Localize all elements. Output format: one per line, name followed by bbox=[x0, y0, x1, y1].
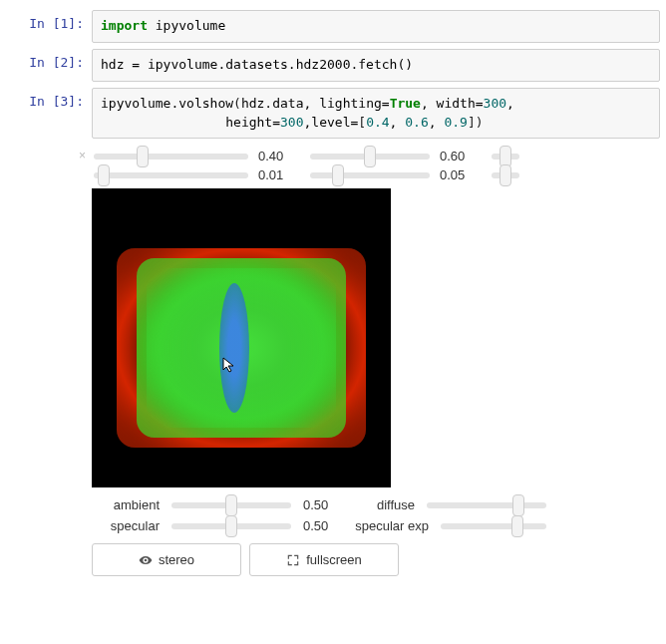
kw: height= bbox=[101, 115, 280, 130]
svg-point-0 bbox=[145, 559, 148, 562]
level-slider-2c[interactable] bbox=[492, 172, 519, 178]
lighting-row-specular: specular 0.50 specular exp bbox=[92, 518, 660, 533]
level-sliders-row-1: 0.40 0.60 bbox=[92, 149, 660, 163]
num-val: 0.6 bbox=[405, 115, 428, 130]
code-editor[interactable]: hdz = ipyvolume.datasets.hdz2000.fetch() bbox=[92, 49, 660, 82]
keyword-import: import bbox=[101, 18, 148, 33]
slider-value: 0.05 bbox=[440, 167, 480, 182]
num-val: 300 bbox=[484, 96, 506, 111]
volume-render-canvas[interactable] bbox=[92, 188, 391, 487]
code-cell: In [2]: hdz = ipyvolume.datasets.hdz2000… bbox=[6, 49, 660, 82]
output-area: × 0.40 0.60 0.01 bbox=[6, 145, 660, 576]
close-icon[interactable]: × bbox=[79, 147, 92, 576]
num-val: 0.4 bbox=[366, 115, 389, 130]
code-editor[interactable]: ipyvolume.volshow(hdz.data, lighting=Tru… bbox=[92, 88, 660, 140]
bool-val: True bbox=[390, 96, 421, 111]
sep: , bbox=[506, 96, 514, 111]
sep: , bbox=[304, 96, 320, 111]
level-slider-1c[interactable] bbox=[492, 154, 519, 160]
stereo-button-label: stereo bbox=[159, 552, 194, 567]
specular-exp-slider[interactable] bbox=[441, 523, 546, 529]
ambient-label: ambient bbox=[92, 497, 160, 512]
slider-value: 0.40 bbox=[258, 149, 298, 163]
widget-panel: 0.40 0.60 0.01 0.05 bbox=[92, 145, 660, 576]
fullscreen-button[interactable]: fullscreen bbox=[249, 543, 399, 576]
num-val: 0.9 bbox=[444, 115, 467, 130]
level-slider-2a[interactable] bbox=[94, 172, 248, 178]
module-name: ipyvolume bbox=[156, 18, 225, 33]
ambient-slider[interactable] bbox=[171, 502, 291, 508]
bracket-open: [ bbox=[358, 115, 366, 130]
arg: hdz.data bbox=[241, 96, 304, 111]
button-row: stereo fullscreen bbox=[92, 543, 660, 576]
code-cell: In [1]: import ipyvolume bbox=[6, 10, 660, 43]
stereo-button[interactable]: stereo bbox=[92, 543, 241, 576]
bracket-close: ] bbox=[468, 115, 476, 130]
kw: width= bbox=[437, 96, 484, 111]
input-prompt: In [1]: bbox=[6, 10, 92, 43]
diffuse-slider[interactable] bbox=[427, 502, 546, 508]
mouse-cursor-icon bbox=[221, 356, 239, 374]
kw: lighting= bbox=[319, 96, 389, 111]
code-editor[interactable]: import ipyvolume bbox=[92, 10, 660, 43]
level-sliders-row-2: 0.01 0.05 bbox=[92, 167, 660, 182]
output-gutter: × bbox=[6, 145, 92, 576]
fn-name: ipyvolume.volshow bbox=[101, 96, 233, 111]
num-val: 300 bbox=[280, 115, 303, 130]
level-slider-2b[interactable] bbox=[310, 172, 430, 178]
specular-slider[interactable] bbox=[171, 523, 291, 529]
specular-exp-label: specular exp bbox=[347, 518, 429, 533]
notebook: In [1]: import ipyvolume In [2]: hdz = i… bbox=[0, 0, 666, 586]
fullscreen-button-label: fullscreen bbox=[306, 552, 362, 567]
sep: , bbox=[421, 96, 437, 111]
fullscreen-icon bbox=[286, 553, 300, 567]
sep: , bbox=[390, 115, 406, 130]
slider-value: 0.01 bbox=[258, 167, 298, 182]
level-slider-1b[interactable] bbox=[310, 154, 430, 160]
lighting-row-ambient-diffuse: ambient 0.50 diffuse bbox=[92, 497, 660, 512]
code-cell: In [3]: ipyvolume.volshow(hdz.data, ligh… bbox=[6, 88, 660, 140]
diffuse-label: diffuse bbox=[347, 497, 415, 512]
input-prompt: In [2]: bbox=[6, 49, 92, 82]
specular-label: specular bbox=[92, 518, 160, 533]
ambient-value: 0.50 bbox=[303, 497, 337, 512]
volume-isosurface-blue bbox=[219, 283, 249, 413]
level-slider-1a[interactable] bbox=[94, 154, 248, 160]
kw: level= bbox=[311, 115, 358, 130]
input-prompt: In [3]: bbox=[6, 88, 92, 140]
paren-open: ( bbox=[233, 96, 241, 111]
eye-icon bbox=[139, 553, 153, 567]
specular-value: 0.50 bbox=[303, 518, 337, 533]
code-line: hdz = ipyvolume.datasets.hdz2000.fetch() bbox=[101, 57, 413, 72]
sep: , bbox=[429, 115, 445, 130]
slider-value: 0.60 bbox=[440, 149, 480, 163]
paren-close: ) bbox=[476, 115, 484, 130]
